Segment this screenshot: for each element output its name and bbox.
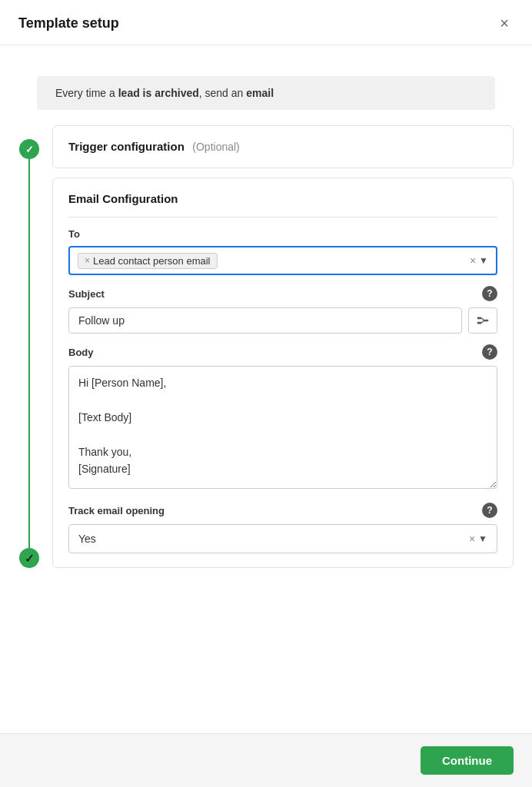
modal-title: Template setup (18, 15, 119, 32)
continue-button[interactable]: Continue (421, 746, 514, 775)
track-controls: × ▼ (469, 533, 487, 545)
subject-label-row: Subject ? (68, 286, 497, 301)
tag-remove-icon[interactable]: × (85, 255, 90, 266)
to-input[interactable]: × Lead contact person email × ▼ (68, 246, 497, 275)
description-middle: , send an (199, 87, 247, 99)
track-value: Yes (78, 533, 96, 545)
description-prefix: Every time a (55, 87, 118, 99)
to-tag[interactable]: × Lead contact person email (78, 253, 218, 269)
to-input-inner: × Lead contact person email (78, 253, 218, 269)
subject-label: Subject (68, 288, 105, 300)
trigger-title: Trigger configuration (68, 140, 185, 153)
track-dropdown-icon[interactable]: ▼ (478, 533, 487, 544)
track-select-inner: Yes (78, 533, 469, 545)
close-button[interactable]: × (495, 14, 514, 32)
modal: Template setup × Every time a lead is ar… (0, 0, 532, 787)
timeline: ✓ ✓ (18, 125, 40, 568)
svg-rect-2 (484, 320, 488, 322)
track-label: Track email opening (68, 505, 165, 516)
timeline-container: ✓ ✓ Trigger configuration (Optional) (18, 125, 514, 568)
modal-body: ✓ ✓ Trigger configuration (Optional) (0, 110, 532, 733)
description-bar: Every time a lead is archived, send an e… (37, 76, 495, 110)
svg-line-4 (481, 320, 484, 323)
divider (68, 217, 497, 218)
timeline-dot-1: ✓ (19, 139, 39, 159)
trigger-section: Trigger configuration (Optional) (52, 125, 514, 168)
to-field: To × Lead contact person email × (68, 228, 497, 275)
body-label-row: Body ? (68, 344, 497, 360)
track-field: Track email opening ? Yes × ▼ (68, 503, 497, 553)
body-label: Body (68, 347, 94, 358)
subject-help-icon[interactable]: ? (482, 286, 497, 301)
body-field: Body ? (68, 344, 497, 492)
svg-rect-1 (477, 322, 481, 324)
email-title: Email Configuration (68, 192, 178, 205)
to-dropdown-icon[interactable]: ▼ (479, 255, 488, 266)
to-tag-label: Lead contact person email (93, 255, 210, 267)
track-select[interactable]: Yes × ▼ (68, 524, 497, 553)
description-action: email (246, 87, 274, 99)
track-label-row: Track email opening ? (68, 503, 497, 518)
to-clear-icon[interactable]: × (470, 254, 476, 267)
timeline-line (28, 159, 30, 548)
email-section: Email Configuration To × Lead con (52, 178, 514, 568)
svg-rect-0 (477, 317, 481, 320)
subject-field: Subject ? (68, 286, 497, 334)
to-label: To (68, 228, 497, 240)
to-controls: × ▼ (470, 254, 488, 267)
svg-line-3 (481, 318, 484, 320)
body-textarea[interactable] (68, 366, 497, 489)
subject-row (68, 307, 497, 334)
modal-footer: Continue (0, 733, 532, 787)
sections: Trigger configuration (Optional) Email C… (52, 125, 514, 568)
check-icon-2: ✓ (25, 551, 35, 566)
timeline-dot-2: ✓ (19, 548, 39, 568)
trigger-subtitle: (Optional) (192, 141, 239, 153)
check-icon-1: ✓ (25, 144, 34, 155)
track-clear-icon[interactable]: × (469, 533, 475, 545)
description-trigger: lead is archived (118, 87, 199, 99)
track-help-icon[interactable]: ? (482, 503, 497, 518)
subject-input[interactable] (68, 307, 462, 334)
merge-tags-button[interactable] (468, 307, 497, 334)
body-help-icon[interactable]: ? (482, 344, 497, 360)
merge-icon (476, 314, 490, 327)
modal-header: Template setup × (0, 0, 532, 45)
trigger-section-header: Trigger configuration (Optional) (68, 140, 497, 154)
email-section-header: Email Configuration (68, 192, 497, 206)
